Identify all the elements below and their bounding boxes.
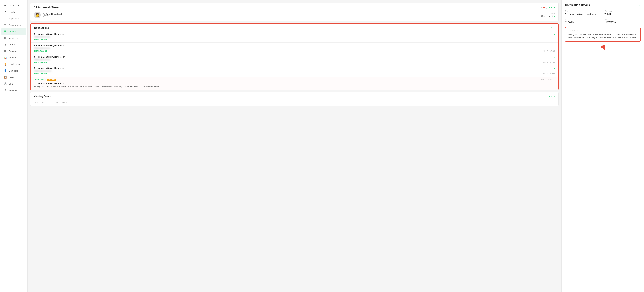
sidebar-item-reports[interactable]: 📊 Reports	[1, 54, 26, 61]
desc-label: Description	[568, 30, 638, 32]
members-icon: 👤	[4, 69, 7, 72]
notification-type-badge: EMAIL BOUNCE	[34, 39, 48, 41]
viewing-header: Viewing Details • • •	[30, 92, 558, 100]
notification-item[interactable]: 5 Hindmarsh Street, Henderson Walters@xx…	[31, 42, 558, 54]
leaderboard-icon: 🏆	[4, 63, 7, 65]
agent-assign: Agent Unassigned ▾	[541, 12, 555, 17]
contracts-icon: ▤	[4, 50, 7, 52]
category-value: Third Party	[604, 13, 641, 15]
reports-icon: 📊	[4, 56, 7, 59]
sidebar-item-viewings[interactable]: ◧ Viewings	[1, 35, 26, 41]
agent-info: 🧑 Te Rere Cleveland AGENT	[34, 11, 62, 18]
notification-details-title: Notification Details	[565, 3, 590, 7]
notification-type-badge: EMAIL BOUNCE	[34, 73, 48, 75]
sidebar-label-leads: Leads	[8, 11, 15, 13]
viewing-columns: No. of Viewing No. of Visitor	[30, 100, 558, 106]
sidebar-label-viewings: Viewings	[8, 37, 18, 39]
category-field: Category Third Party	[604, 10, 641, 15]
sidebar-item-offers[interactable]: $ Offers	[1, 41, 26, 48]
sidebar-item-contracts[interactable]: ▤ Contracts	[1, 48, 26, 54]
notification-address: 5 Hindmarsh Street, Henderson	[34, 82, 555, 85]
date-value: 11/03/2020	[604, 21, 641, 23]
notification-address: 5 Hindmarsh Street, Henderson	[34, 67, 65, 69]
notification-type-badge: EMAIL BOUNCE	[34, 61, 48, 63]
notification-time: Mon 21 - 07:03	[543, 61, 555, 63]
notification-type-third-party: THIRD PARTY	[34, 79, 46, 81]
description-box: Description Listing 1355 failed to push …	[565, 27, 640, 42]
sidebar-item-appraisals[interactable]: ⌂ Appraisals	[1, 15, 26, 21]
sidebar-label-offers: Offers	[8, 43, 15, 46]
property-title: 5 Hindmarsh Street	[34, 6, 59, 9]
sidebar-item-chat[interactable]: 💬 Chat	[1, 81, 26, 87]
notifications-card: Notifications • • • 5 Hindmarsh Street, …	[30, 23, 559, 90]
sidebar-label-services: Services	[8, 89, 17, 92]
sidebar-item-dashboard[interactable]: ⊞ Dashboard	[1, 2, 26, 8]
listings-icon: ☰	[4, 30, 7, 33]
leads-icon: ⚑	[4, 10, 7, 13]
sidebar-label-members: Members	[8, 69, 18, 72]
sidebar-item-leads[interactable]: ⚑ Leads	[1, 9, 26, 15]
notification-item[interactable]: 5 Hindmarsh Street, Henderson Walters@xx…	[31, 31, 558, 42]
sidebar-item-agreements[interactable]: ✎ Agreements	[1, 22, 26, 28]
property-more-button[interactable]: • • •	[549, 6, 555, 9]
red-arrow-up-icon	[598, 45, 608, 66]
agreements-icon: ✎	[4, 23, 7, 26]
expand-icon[interactable]: ⤢	[638, 3, 640, 7]
sidebar-item-listings[interactable]: ☰ Listings	[1, 28, 26, 34]
notification-time: Wed 11 - 12:30	[541, 79, 552, 81]
category-label: Category	[604, 10, 641, 12]
appraisals-icon: ⌂	[4, 17, 7, 20]
sidebar-item-services[interactable]: ⚠ Services	[1, 87, 26, 93]
notification-time: Mon 21 - 07:03	[543, 50, 555, 52]
notification-address: 5 Hindmarsh Street, Henderson	[34, 56, 65, 58]
notification-item[interactable]: 5 Hindmarsh Street, Henderson Walters@xx…	[31, 65, 558, 76]
property-header-card: 5 Hindmarsh Street Live • • • 🧑 Te Rere …	[30, 3, 559, 21]
viewings-icon: ◧	[4, 37, 7, 39]
agent-assign-label: Agent	[550, 12, 555, 14]
tasks-icon: 📋	[4, 76, 7, 79]
notification-email-text: Walters@	[34, 70, 42, 72]
annotation-arrow-up	[565, 45, 640, 66]
sidebar-label-reports: Reports	[8, 56, 16, 59]
right-panel: Notification Details ⤢ Title 5 Hindmarsh…	[562, 0, 644, 292]
notification-address: 5 Hindmarsh Street, Henderson	[34, 33, 65, 35]
time-field: Time 12:30 PM	[565, 18, 601, 23]
sidebar: ⊞ Dashboard ⚑ Leads ⌂ Appraisals ✎ Agree…	[0, 0, 28, 292]
agent-assign-value[interactable]: Unassigned ▾	[541, 15, 555, 17]
chevron-right-icon: ›	[554, 56, 555, 58]
notification-details-header: Notification Details ⤢	[565, 3, 640, 7]
notification-email-text: Walters@xxxxxxxx	[34, 58, 50, 60]
chevron-down-icon: ▾	[554, 15, 555, 17]
date-field: Date 11/03/2020	[604, 18, 641, 23]
viewing-col1-label: No. of Viewing	[34, 101, 46, 103]
sidebar-label-tasks: Tasks	[8, 76, 14, 79]
date-label: Date	[604, 18, 641, 20]
services-icon: ⚠	[4, 89, 7, 92]
live-badge: Live	[537, 6, 547, 9]
chevron-right-icon: ›	[554, 67, 555, 70]
notification-address: 5 Hindmarsh Street, Henderson	[34, 44, 65, 47]
sidebar-label-listings: Listings	[8, 30, 16, 33]
sidebar-label-appraisals: Appraisals	[8, 17, 19, 20]
viewing-more-button[interactable]: • • •	[549, 95, 555, 98]
sidebar-item-members[interactable]: 👤 Members	[1, 68, 26, 74]
notification-item[interactable]: 5 Hindmarsh Street, Henderson Walters@xx…	[31, 54, 558, 65]
notification-time: Mon 21 - 07:03	[543, 73, 555, 75]
notification-item-third-party[interactable]: THIRD PARTY Trademe Wed 11 - 12:30 › 5 H…	[31, 76, 558, 90]
sidebar-item-leaderboard[interactable]: 🏆 Leaderboard	[1, 61, 26, 67]
sidebar-label-contracts: Contracts	[8, 50, 18, 52]
offers-icon: $	[4, 43, 7, 46]
notifications-more-button[interactable]: • • •	[548, 26, 555, 29]
main-content: 5 Hindmarsh Street Live • • • 🧑 Te Rere …	[28, 0, 644, 292]
property-title-actions: Live • • •	[537, 6, 555, 9]
chat-icon: 💬	[4, 82, 7, 85]
notifications-header: Notifications • • •	[31, 24, 558, 31]
sidebar-label-dashboard: Dashboard	[8, 4, 20, 7]
notification-email-text: Walters@xxxxxxxx	[34, 36, 50, 38]
live-label: Live	[539, 6, 542, 8]
sidebar-item-tasks[interactable]: 📋 Tasks	[1, 74, 26, 80]
title-field: Title 5 Hindmarsh Street, Henderson	[565, 10, 601, 15]
agent-role: AGENT	[42, 15, 62, 17]
viewing-title: Viewing Details	[34, 95, 52, 98]
chevron-right-icon: ›	[554, 44, 555, 47]
